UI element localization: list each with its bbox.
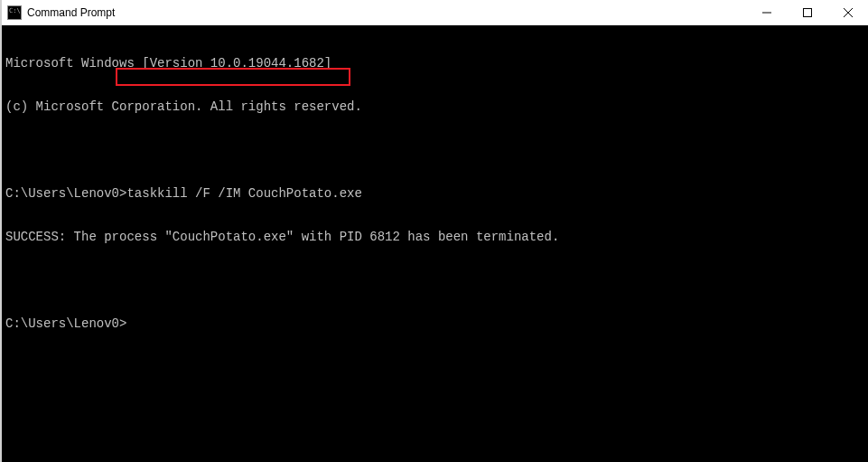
titlebar[interactable]: Command Prompt	[2, 0, 868, 25]
terminal-line: C:\Users\Lenov0>	[5, 316, 864, 331]
terminal-line: SUCCESS: The process "CouchPotato.exe" w…	[5, 230, 864, 244]
maximize-button[interactable]	[787, 0, 827, 25]
highlight-annotation	[116, 68, 350, 86]
close-button[interactable]	[827, 0, 868, 25]
window-title: Command Prompt	[27, 6, 746, 19]
cursor	[126, 318, 134, 331]
terminal-line	[5, 273, 864, 288]
svg-rect-1	[803, 9, 811, 17]
terminal-line: Microsoft Windows [Version 10.0.19044.16…	[5, 56, 864, 71]
terminal-area[interactable]: Microsoft Windows [Version 10.0.19044.16…	[2, 25, 868, 462]
command-prompt-window: Command Prompt Microsoft Windows [Versio…	[0, 0, 868, 462]
terminal-line: (c) Microsoft Corporation. All rights re…	[5, 99, 864, 114]
cmd-icon	[7, 5, 22, 20]
minimize-button[interactable]	[746, 0, 787, 25]
terminal-line	[5, 143, 864, 157]
command-text: taskkill /F /IM CouchPotato.exe	[126, 186, 361, 201]
prompt-text: C:\Users\Lenov0>	[5, 186, 126, 201]
prompt-text: C:\Users\Lenov0>	[5, 316, 126, 331]
terminal-line: C:\Users\Lenov0>taskkill /F /IM CouchPot…	[5, 186, 864, 201]
window-controls	[746, 0, 868, 25]
